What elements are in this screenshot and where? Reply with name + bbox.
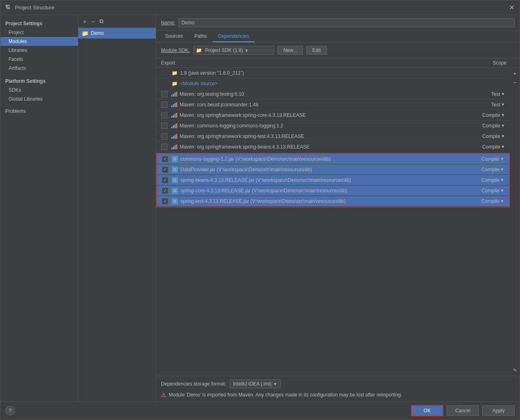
sidebar-item-global-libraries[interactable]: Global Libraries (0, 95, 78, 103)
dep-commons-logging-scope: Compile ▼ (473, 123, 505, 129)
sidebar-item-project[interactable]: Project (0, 28, 78, 37)
bottom-section: Dependencies storage format: IntelliJ ID… (156, 376, 520, 401)
name-label: Name: (161, 20, 175, 26)
dep-commons-logging-name: Maven: commons-logging:commons-logging:1… (180, 123, 473, 129)
dep-module-source-name: <Module source> (180, 81, 473, 86)
dep-checkbox-jar-spring-core[interactable] (162, 187, 168, 194)
dep-row-testng[interactable]: Maven: org.testng:testng:6.10 Test ▼ (156, 89, 510, 99)
project-structure-window: 🏗 Project Structure ✕ Project Settings P… (0, 0, 520, 420)
module-item-demo[interactable]: 📁 Demo (78, 28, 156, 39)
dep-row-jar-spring-core[interactable]: spring-core-4.3.13.RELEASE.jar (V:\works… (157, 185, 509, 196)
dep-checkbox-spring-test[interactable] (161, 133, 168, 140)
storage-label: Dependencies storage format: (161, 381, 226, 387)
platform-settings-section: Platform Settings (0, 76, 78, 86)
dep-row-spring-test[interactable]: Maven: org.springframework:spring-test:4… (156, 131, 510, 142)
dep-jar-spring-core-scope: Compile ▼ (472, 188, 504, 194)
sidebar-item-facets[interactable]: Facets (0, 55, 78, 64)
sidebar-item-sdks[interactable]: SDKs (0, 86, 78, 95)
sdk-value: Project SDK (1.8) (205, 47, 243, 53)
dep-row-jar-spring-test[interactable]: spring-test-4.3.13.RELEASE.jar (V:\works… (157, 196, 509, 207)
ok-button[interactable]: OK (411, 405, 443, 416)
tab-sources[interactable]: Sources (159, 31, 189, 42)
window-title: Project Structure (15, 4, 508, 11)
dep-jar-spring-test-name: spring-test-4.3.13.RELEASE.jar (V:\works… (180, 198, 472, 204)
dep-spring-beans-scope: Compile ▼ (473, 144, 505, 150)
dep-jar-spring-test-scope: Compile ▼ (472, 198, 504, 204)
jcommander-bar-icon (171, 102, 177, 108)
dep-row-module-source[interactable]: 📁 <Module source> (156, 78, 510, 89)
edit-sdk-button[interactable]: Edit (306, 46, 327, 55)
dep-checkbox-commons-logging[interactable] (161, 123, 168, 129)
module-source-folder-icon: 📁 (172, 81, 178, 86)
dep-jdk-name: 1.8 (java version "1.8.0_211") (180, 70, 473, 76)
table-header: Export Scope (156, 58, 520, 68)
dep-checkbox-jcommander[interactable] (161, 101, 168, 108)
dep-spring-core-name: Maven: org.springframework:spring-core:4… (180, 112, 473, 118)
module-folder-icon: 📁 (82, 30, 88, 37)
module-toolbar: + − ⧉ (78, 15, 156, 28)
project-settings-section: Project Settings (0, 18, 78, 28)
jar-dataprovider-icon (172, 167, 178, 172)
sdk-folder-icon: 📁 (196, 47, 202, 53)
dep-jcommander-scope: Test ▼ (473, 102, 505, 108)
remove-dep-button[interactable]: − (511, 78, 519, 86)
dep-checkbox-jar-commons-logging[interactable] (162, 156, 168, 162)
storage-value: IntelliJ IDEA (.iml) (233, 381, 272, 387)
dep-row-jcommander[interactable]: Maven: com.beust:jcommander:1.48 Test ▼ (156, 99, 510, 110)
dep-jar-spring-beans-name: spring-beans-4.3.13.RELEASE.jar (V:\work… (180, 177, 472, 183)
dep-checkbox-spring-core[interactable] (161, 112, 168, 118)
dep-row-jdk[interactable]: 📁 1.8 (java version "1.8.0_211") (156, 68, 510, 78)
sidebar-item-modules[interactable]: Modules (0, 37, 78, 46)
module-tree: + − ⧉ 📁 Demo (78, 15, 156, 401)
dep-testng-scope: Test ▼ (473, 91, 505, 97)
edit-dep-button[interactable]: ✎ (511, 366, 519, 374)
storage-select[interactable]: IntelliJ IDEA (.iml) ▼ (230, 379, 281, 388)
dep-row-jar-dataprovider[interactable]: DataProvider.jar (V:\workspace\Demo\src\… (157, 164, 509, 175)
sdk-select[interactable]: 📁 Project SDK (1.8) ▼ (193, 46, 274, 55)
storage-row: Dependencies storage format: IntelliJ ID… (161, 379, 515, 388)
dep-row-jar-commons-logging[interactable]: commons-logging-1.2.jar (V:\workspace\De… (157, 154, 509, 164)
name-input[interactable] (178, 18, 515, 27)
close-button[interactable]: ✕ (508, 4, 515, 11)
warning-text: Module 'Demo' is imported from Maven. An… (169, 392, 402, 398)
sidebar-item-problems[interactable]: Problems (0, 107, 78, 116)
tab-paths[interactable]: Paths (189, 31, 213, 42)
dep-checkbox-jar-spring-test[interactable] (162, 198, 168, 205)
jar-spring-test-icon (172, 198, 178, 204)
warning-icon: ⚠ (161, 392, 166, 398)
dep-row-commons-logging[interactable]: Maven: commons-logging:commons-logging:1… (156, 121, 510, 131)
dep-checkbox-jar-dataprovider[interactable] (162, 166, 168, 173)
dep-row-spring-beans[interactable]: Maven: org.springframework:spring-beans:… (156, 142, 510, 152)
scope-column-header: Scope (466, 60, 507, 66)
sdk-chevron-icon: ▼ (245, 48, 249, 53)
dialog-footer: ? OK Cancel Apply (0, 401, 520, 420)
dep-row-jar-spring-beans[interactable]: spring-beans-4.3.13.RELEASE.jar (V:\work… (157, 175, 509, 185)
dep-checkbox-testng[interactable] (161, 91, 168, 97)
testng-bar-icon (171, 91, 177, 97)
jar-spring-beans-icon (172, 177, 178, 183)
title-bar: 🏗 Project Structure ✕ (0, 0, 520, 15)
dep-row-spring-core[interactable]: Maven: org.springframework:spring-core:4… (156, 110, 510, 121)
help-button[interactable]: ? (5, 406, 15, 416)
spring-core-bar-icon (171, 112, 177, 118)
dep-jar-dataprovider-name: DataProvider.jar (V:\workspace\Demo\src\… (180, 167, 472, 172)
add-dep-button[interactable]: + (511, 69, 519, 78)
spring-test-bar-icon (171, 134, 177, 139)
dep-checkbox-spring-beans[interactable] (161, 144, 168, 150)
dep-jar-spring-core-name: spring-core-4.3.13.RELEASE.jar (V:\works… (180, 188, 472, 194)
dependencies-table: 📁 1.8 (java version "1.8.0_211") 📁 <Modu… (156, 68, 510, 376)
new-sdk-button[interactable]: New... (277, 46, 303, 55)
dep-jar-commons-logging-name: commons-logging-1.2.jar (V:\workspace\De… (180, 156, 472, 162)
copy-module-button[interactable]: ⧉ (98, 17, 105, 26)
dep-spring-beans-name: Maven: org.springframework:spring-beans:… (180, 144, 473, 150)
add-module-button[interactable]: + (82, 17, 88, 26)
cancel-button[interactable]: Cancel (447, 405, 479, 416)
window-icon: 🏗 (5, 4, 12, 11)
sdk-label: Module SDK: (161, 47, 190, 53)
sidebar-item-artifacts[interactable]: Artifacts (0, 64, 78, 73)
dep-checkbox-jar-spring-beans[interactable] (162, 177, 168, 183)
tab-dependencies[interactable]: Dependencies (213, 31, 255, 42)
sidebar-item-libraries[interactable]: Libraries (0, 46, 78, 55)
remove-module-button[interactable]: − (90, 17, 96, 26)
apply-button[interactable]: Apply (482, 405, 515, 416)
